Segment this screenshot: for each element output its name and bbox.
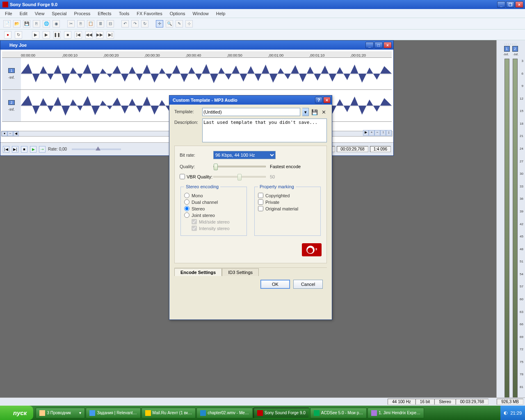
save-icon[interactable]: 💾: [23, 20, 30, 27]
restore-button[interactable]: ❐: [506, 1, 514, 8]
paste-icon[interactable]: 📋: [87, 20, 94, 27]
template-combo[interactable]: [202, 108, 300, 116]
cancel-button[interactable]: Cancel: [293, 280, 323, 289]
tool-pencil-icon[interactable]: ✎: [176, 20, 183, 27]
menu-file[interactable]: File: [2, 10, 16, 17]
dialog-close-icon[interactable]: ×: [323, 97, 331, 103]
saveall-icon[interactable]: ⎘: [33, 20, 40, 27]
loop-icon[interactable]: ↻: [15, 31, 22, 39]
dialog-titlebar[interactable]: Custom Template - MP3 Audio ? ×: [169, 96, 332, 105]
radio-mono[interactable]: Mono: [184, 193, 243, 198]
vu-channel-1[interactable]: 1: [504, 46, 510, 52]
zoom-out-level-icon[interactable]: ↨: [386, 130, 392, 136]
status-channels[interactable]: Stereo: [434, 399, 455, 405]
taskbar-item[interactable]: ACDSee 5.0 - Мои р…: [310, 408, 367, 418]
check-private[interactable]: Private: [258, 199, 317, 205]
taskbar-item-active[interactable]: Sony Sound Forge 9.0: [253, 408, 309, 418]
web-icon[interactable]: 🌐: [43, 20, 50, 27]
menu-edit[interactable]: Edit: [16, 10, 31, 17]
rate-slider[interactable]: [72, 148, 121, 150]
stop-icon[interactable]: ■: [64, 31, 71, 39]
doc-zoom[interactable]: 1:4 096: [370, 146, 391, 152]
playall-icon[interactable]: ▶: [43, 31, 50, 39]
mix-icon[interactable]: ≣: [97, 20, 104, 27]
tool-event-icon[interactable]: ⊹: [185, 20, 193, 27]
doc-titlebar[interactable]: Hey Joe _ □ ×: [0, 41, 393, 50]
time-ruler[interactable]: 00:00:00 ,00:00:10 ,00:00:20 ,00:00:30 ,…: [2, 51, 392, 58]
vu-channel-2[interactable]: 2: [512, 46, 518, 52]
scroll-menu-icon[interactable]: ▾: [2, 131, 7, 136]
menu-fxfav[interactable]: FX Favorites: [133, 10, 165, 17]
taskbar-item[interactable]: chapter02.wmv - Me…: [196, 408, 253, 418]
check-original[interactable]: Original material: [258, 206, 317, 211]
radio-stereo[interactable]: Stereo: [184, 206, 243, 211]
menu-process[interactable]: Process: [71, 10, 94, 17]
channel-1[interactable]: 1 -Inf.: [2, 58, 392, 90]
redo-icon[interactable]: ↷: [131, 20, 139, 27]
doc-scrub-icon[interactable]: ⇢: [39, 146, 46, 153]
start-button[interactable]: пуск: [0, 406, 33, 420]
open-icon[interactable]: 📂: [13, 20, 21, 27]
doc-goto-end-icon[interactable]: ▶|: [12, 146, 18, 153]
vbr-checkbox-row[interactable]: VBR Quality:: [180, 174, 213, 179]
menu-help[interactable]: Help: [213, 10, 229, 17]
record-icon[interactable]: ●: [4, 31, 11, 39]
menu-options[interactable]: Options: [167, 10, 189, 17]
scroll-left-arrow-icon[interactable]: ◀: [13, 131, 19, 136]
radio-joint[interactable]: Joint stereo: [184, 212, 243, 218]
template-save-icon[interactable]: 💾: [311, 109, 318, 115]
doc-maximize-button[interactable]: □: [374, 42, 383, 48]
status-memory[interactable]: 926,3 MB: [497, 399, 523, 405]
taskbar-item[interactable]: Mail.Ru Агент (1 вк…: [142, 408, 196, 418]
undo-icon[interactable]: ↶: [121, 20, 129, 27]
quality-slider[interactable]: [213, 166, 266, 167]
cut-icon[interactable]: ✂: [67, 20, 75, 27]
bitrate-combo[interactable]: 96 Kbps, 44 100 Hz: [213, 151, 276, 159]
cd-icon[interactable]: ◉: [52, 20, 60, 27]
tray-clock[interactable]: 21:29: [510, 411, 522, 415]
tab-encode-settings[interactable]: Encode Settings: [174, 268, 222, 276]
status-length[interactable]: 00:03:29,768: [456, 399, 488, 405]
doc-close-button[interactable]: ×: [383, 42, 392, 48]
template-delete-icon[interactable]: ✕: [320, 109, 327, 115]
menu-effects[interactable]: Effects: [94, 10, 114, 17]
vu-grip[interactable]: ∙∙∙∙∙∙∙: [504, 42, 518, 46]
repeat-icon[interactable]: ↻: [141, 20, 148, 27]
check-copyrighted[interactable]: Copyrighted: [258, 193, 317, 198]
ok-button[interactable]: OK: [260, 280, 290, 289]
zoom-in-time-icon[interactable]: +: [369, 130, 374, 136]
goto-start-icon[interactable]: |◀: [75, 31, 82, 39]
status-sample-rate[interactable]: 44 100 Hz: [388, 399, 415, 405]
status-bit-depth[interactable]: 16 bit: [415, 399, 434, 405]
new-icon[interactable]: 📄: [3, 20, 11, 27]
radio-dual[interactable]: Dual channel: [184, 199, 243, 205]
menu-window[interactable]: Window: [189, 10, 212, 17]
system-tray[interactable]: ◐ 21:29: [500, 406, 525, 420]
doc-stop-icon[interactable]: ■: [21, 146, 27, 153]
trim-icon[interactable]: ⊟: [107, 20, 114, 27]
goto-end-icon[interactable]: ▶|: [107, 31, 114, 39]
taskbar-item[interactable]: 3 Проводник▾: [36, 408, 85, 418]
tray-icon[interactable]: ◐: [504, 410, 508, 415]
taskbar-item[interactable]: 1. Jimi Hendrix Expe…: [368, 408, 424, 418]
scroll-right-arrow-icon[interactable]: ▶: [363, 130, 369, 136]
template-dropdown-icon[interactable]: ▾: [302, 108, 309, 116]
description-field[interactable]: Last used template that you didn't save.…: [202, 119, 327, 142]
vbr-checkbox[interactable]: [180, 174, 185, 179]
menu-special[interactable]: Special: [48, 10, 70, 17]
close-button[interactable]: ×: [515, 1, 523, 8]
forward-icon[interactable]: ▶▶: [96, 31, 103, 39]
zoom-out-time-icon[interactable]: −: [374, 130, 380, 136]
tool-magnify-icon[interactable]: 🔍: [166, 20, 173, 27]
waveform-1[interactable]: [21, 58, 392, 89]
copy-icon[interactable]: ⎘: [77, 20, 84, 27]
doc-play-icon[interactable]: ▶: [30, 146, 37, 153]
doc-minimize-button[interactable]: _: [365, 42, 374, 48]
tool-edit-icon[interactable]: ✛: [156, 20, 163, 27]
play-icon[interactable]: ▶: [32, 31, 39, 39]
minimize-button[interactable]: _: [497, 1, 505, 8]
doc-length[interactable]: 00:03:29,768: [337, 146, 368, 152]
scroll-left-icon[interactable]: −: [7, 131, 13, 136]
menu-view[interactable]: View: [32, 10, 48, 17]
menu-tools[interactable]: Tools: [116, 10, 133, 17]
